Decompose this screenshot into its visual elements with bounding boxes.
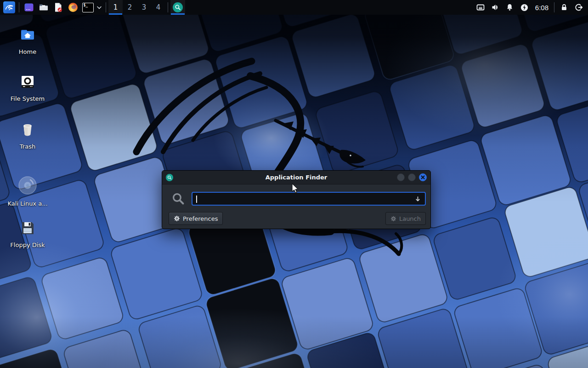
folder-icon <box>38 2 49 13</box>
volume-tray-button[interactable] <box>488 0 503 15</box>
launch-button[interactable]: Launch <box>385 212 426 225</box>
execute-gear-icon <box>390 216 396 222</box>
app-window-launcher[interactable] <box>22 0 36 15</box>
text-editor-launcher[interactable] <box>51 0 66 15</box>
app-window-icon <box>23 2 34 13</box>
window-search-icon <box>166 174 173 181</box>
workspace-button-4[interactable]: 4 <box>151 0 165 15</box>
logout-button[interactable] <box>571 0 586 15</box>
top-panel: $_ 1 2 3 4 <box>0 0 588 15</box>
preferences-button[interactable]: Preferences <box>169 212 223 225</box>
firefox-icon <box>68 2 79 13</box>
terminal-glyph: $_ <box>84 3 88 7</box>
bell-icon <box>505 3 514 12</box>
floppy-disk-icon <box>19 220 36 236</box>
search-icon <box>173 2 183 12</box>
power-battery-icon <box>520 3 529 12</box>
log-out-icon <box>574 3 583 12</box>
notifications-tray-button[interactable] <box>503 0 517 15</box>
desktop-icon-kali-linux[interactable]: Kali Linux a... <box>6 176 49 207</box>
hard-drive-icon <box>19 74 36 90</box>
titlebar[interactable]: Application Finder <box>162 171 430 184</box>
home-folder-icon <box>19 27 36 43</box>
panel-separator <box>554 2 554 12</box>
lock-icon <box>560 3 568 12</box>
workspace-button-2[interactable]: 2 <box>123 0 137 15</box>
desktop-icon-label: Home <box>19 49 36 56</box>
disc-icon <box>18 176 37 195</box>
panel-separator <box>106 2 106 12</box>
power-manager-tray-button[interactable] <box>517 0 532 15</box>
trash-bin-icon <box>19 121 36 138</box>
close-button[interactable] <box>419 173 427 181</box>
task-button-application-finder[interactable] <box>170 0 185 15</box>
volume-icon <box>491 3 500 12</box>
workspace-button-1[interactable]: 1 <box>108 0 123 15</box>
clock[interactable]: 6:08 <box>532 0 552 15</box>
terminal-icon: $_ <box>82 3 94 12</box>
network-icon <box>476 3 485 12</box>
desktop-icon-home[interactable]: Home <box>6 27 49 56</box>
firefox-launcher[interactable] <box>66 0 80 15</box>
search-input[interactable] <box>192 192 426 206</box>
panel-separator <box>168 2 168 12</box>
history-dropdown-arrow[interactable] <box>414 196 421 202</box>
desktop-icon-floppy-disk[interactable]: Floppy Disk <box>6 220 49 249</box>
desktop-icon-label: Floppy Disk <box>10 242 45 249</box>
close-icon <box>421 175 425 179</box>
kali-dragon-icon <box>3 1 15 13</box>
terminal-launcher[interactable]: $_ <box>80 0 95 15</box>
desktop-icon-label: Kali Linux a... <box>7 201 47 207</box>
application-finder-window: Application Finder <box>162 170 431 229</box>
desktop-screen: $_ 1 2 3 4 <box>0 0 588 368</box>
screen-lock-button[interactable] <box>557 0 571 15</box>
window-title: Application Finder <box>162 174 430 181</box>
launch-label: Launch <box>399 215 421 222</box>
gear-icon <box>174 215 180 222</box>
desktop-icon-label: File System <box>11 96 45 103</box>
text-editor-icon <box>53 2 64 13</box>
maximize-button[interactable] <box>408 173 416 181</box>
search-icon-large <box>171 192 185 206</box>
preferences-label: Preferences <box>183 215 218 222</box>
chevron-down-icon <box>97 6 102 9</box>
desktop-icon-file-system[interactable]: File System <box>6 74 49 103</box>
arrow-down-icon <box>414 196 421 202</box>
desktop-icon-label: Trash <box>20 144 35 150</box>
terminal-dropdown-button[interactable] <box>95 0 103 15</box>
text-caret <box>196 196 197 203</box>
workspace-button-3[interactable]: 3 <box>137 0 151 15</box>
minimize-button[interactable] <box>397 173 405 181</box>
panel-separator <box>19 2 19 12</box>
network-tray-button[interactable] <box>473 0 488 15</box>
kali-menu-button[interactable] <box>2 0 17 15</box>
file-manager-launcher[interactable] <box>36 0 51 15</box>
desktop-icon-trash[interactable]: Trash <box>6 121 49 150</box>
